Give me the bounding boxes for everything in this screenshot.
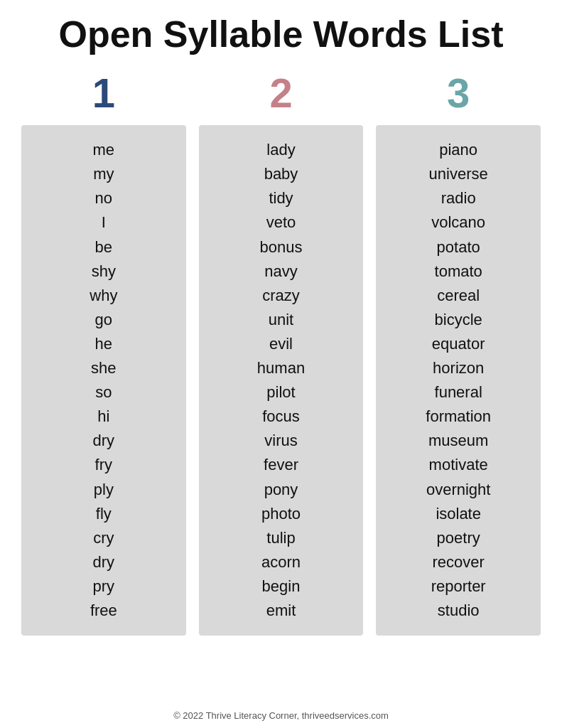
word-item: baby <box>264 162 298 186</box>
column-2: 2ladybabytidyvetobonusnavycrazyunitevilh… <box>199 69 364 636</box>
word-item: recover <box>433 550 485 574</box>
word-item: isolate <box>436 502 481 526</box>
word-item: acorn <box>261 550 301 574</box>
column-1-number: 1 <box>92 69 115 117</box>
word-item: tidy <box>269 186 293 210</box>
column-3-number: 3 <box>447 69 470 117</box>
column-2-number: 2 <box>269 69 292 117</box>
word-item: radio <box>441 186 476 210</box>
word-item: potato <box>437 235 480 259</box>
page-title: Open Syllable Words List <box>58 14 503 55</box>
word-item: volcano <box>431 210 485 235</box>
word-item: formation <box>426 405 491 429</box>
word-item: funeral <box>435 380 482 405</box>
column-1: 1memynoIbeshywhygoheshesohidryfryplyflyc… <box>21 69 186 636</box>
column-2-word-box: ladybabytidyvetobonusnavycrazyunitevilhu… <box>199 125 364 636</box>
column-1-word-box: memynoIbeshywhygoheshesohidryfryplyflycr… <box>21 125 186 636</box>
columns-wrapper: 1memynoIbeshywhygoheshesohidryfryplyflyc… <box>21 69 541 636</box>
word-item: hi <box>97 405 109 429</box>
word-item: horizon <box>433 356 484 380</box>
word-item: universe <box>429 162 488 186</box>
word-item: poetry <box>437 526 480 550</box>
word-item: crazy <box>262 284 300 308</box>
word-item: piano <box>439 138 477 162</box>
word-item: begin <box>262 574 301 599</box>
word-item: bicycle <box>435 308 482 332</box>
word-item: no <box>95 186 112 210</box>
word-item: cry <box>93 526 114 550</box>
word-item: overnight <box>426 478 491 502</box>
word-item: studio <box>438 599 480 623</box>
word-item: he <box>95 332 112 356</box>
word-item: shy <box>92 259 116 284</box>
word-item: navy <box>264 259 297 284</box>
word-item: be <box>95 235 112 259</box>
word-item: ply <box>94 478 114 502</box>
word-item: fever <box>264 453 298 477</box>
word-item: photo <box>261 502 301 526</box>
word-item: motivate <box>429 453 488 477</box>
column-3: 3pianouniverseradiovolcanopotatotomatoce… <box>376 69 541 636</box>
word-item: fly <box>96 502 112 526</box>
footer: © 2022 Thrive Literacy Corner, thriveeds… <box>173 705 389 721</box>
word-item: I <box>102 210 106 235</box>
word-item: unit <box>269 308 293 332</box>
word-item: so <box>95 380 112 405</box>
word-item: free <box>90 599 117 623</box>
word-item: pry <box>93 574 115 599</box>
word-item: museum <box>428 429 488 453</box>
word-item: equator <box>432 332 485 356</box>
word-item: pony <box>264 478 298 502</box>
word-item: human <box>257 356 305 380</box>
word-item: emit <box>266 599 296 623</box>
word-item: dry <box>93 550 115 574</box>
word-item: cereal <box>437 284 480 308</box>
word-item: she <box>91 356 116 380</box>
word-item: bonus <box>260 235 303 259</box>
word-item: dry <box>93 429 115 453</box>
word-item: veto <box>266 210 296 235</box>
word-item: why <box>90 284 117 308</box>
word-item: lady <box>266 138 295 162</box>
word-item: virus <box>264 429 297 453</box>
word-item: focus <box>262 405 300 429</box>
column-3-word-box: pianouniverseradiovolcanopotatotomatocer… <box>376 125 541 636</box>
word-item: tulip <box>266 526 295 550</box>
word-item: my <box>93 162 114 186</box>
word-item: reporter <box>431 574 486 599</box>
word-item: evil <box>269 332 293 356</box>
word-item: me <box>93 138 115 162</box>
word-item: fry <box>95 453 112 477</box>
word-item: pilot <box>266 380 295 405</box>
word-item: tomato <box>435 259 482 284</box>
word-item: go <box>95 308 112 332</box>
